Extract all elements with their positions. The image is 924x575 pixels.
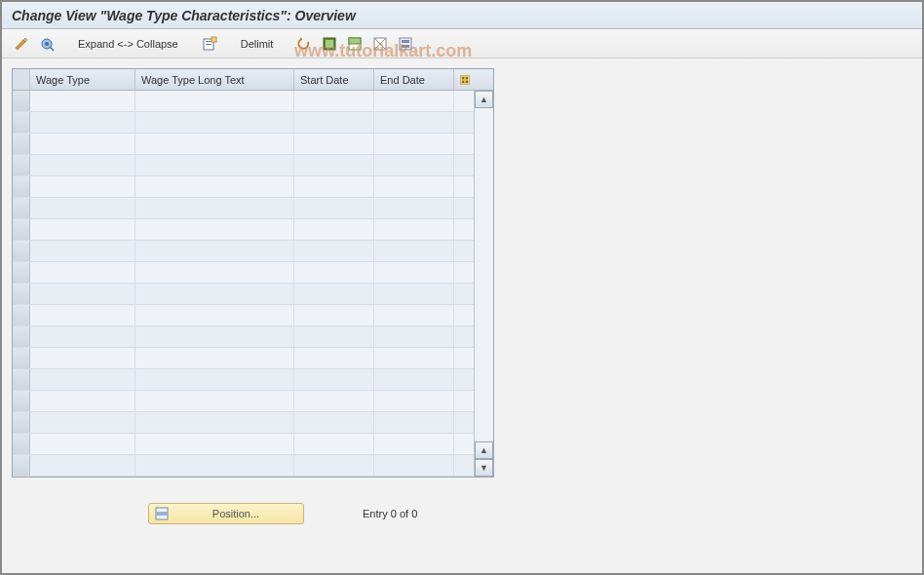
row-selector[interactable] [13, 134, 30, 154]
cell-end-date[interactable] [374, 305, 454, 326]
cell-end-date[interactable] [374, 455, 454, 476]
deselect-all-icon[interactable] [368, 34, 392, 54]
cell-end-date[interactable] [374, 434, 454, 454]
row-selector[interactable] [13, 91, 30, 111]
cell-wage-type-long-text[interactable] [135, 176, 294, 197]
table-row[interactable] [13, 284, 474, 305]
table-row[interactable] [13, 112, 474, 134]
cell-wage-type-long-text[interactable] [135, 241, 294, 261]
table-row[interactable] [13, 455, 474, 477]
cell-end-date[interactable] [374, 198, 454, 218]
cell-wage-type[interactable] [30, 219, 135, 240]
cell-start-date[interactable] [294, 284, 374, 304]
row-selector[interactable] [13, 348, 30, 368]
delimit-button[interactable]: Delimit [234, 34, 281, 54]
cell-start-date[interactable] [294, 348, 374, 368]
cell-wage-type[interactable] [30, 434, 135, 454]
cell-wage-type-long-text[interactable] [135, 198, 294, 218]
cell-wage-type-long-text[interactable] [135, 134, 294, 154]
cell-wage-type-long-text[interactable] [135, 326, 294, 347]
cell-start-date[interactable] [294, 241, 374, 261]
row-selector[interactable] [13, 198, 30, 218]
cell-end-date[interactable] [374, 412, 454, 433]
row-selector[interactable] [13, 155, 30, 175]
table-row[interactable] [13, 369, 474, 391]
table-row[interactable] [13, 155, 474, 176]
row-selector[interactable] [13, 391, 30, 411]
cell-wage-type-long-text[interactable] [135, 391, 294, 411]
cell-wage-type-long-text[interactable] [135, 434, 294, 454]
cell-start-date[interactable] [294, 155, 374, 175]
cell-start-date[interactable] [294, 434, 374, 454]
cell-start-date[interactable] [294, 112, 374, 133]
cell-wage-type[interactable] [30, 198, 135, 218]
table-row[interactable] [13, 326, 474, 348]
cell-end-date[interactable] [374, 155, 454, 175]
row-selector[interactable] [13, 219, 30, 240]
row-selector[interactable] [13, 412, 30, 433]
cell-end-date[interactable] [374, 91, 454, 111]
scroll-up-step-button[interactable]: ▲ [475, 441, 493, 459]
table-row[interactable] [13, 391, 474, 412]
cell-wage-type[interactable] [30, 391, 135, 411]
new-entries-icon[interactable] [198, 34, 221, 54]
select-block-icon[interactable] [343, 34, 366, 54]
table-row[interactable] [13, 198, 474, 219]
cell-wage-type[interactable] [30, 112, 135, 133]
position-button[interactable]: Position... [148, 503, 304, 524]
row-selector[interactable] [13, 241, 30, 261]
cell-start-date[interactable] [294, 369, 374, 390]
cell-wage-type[interactable] [30, 155, 135, 175]
cell-end-date[interactable] [374, 241, 454, 261]
row-selector[interactable] [13, 176, 30, 197]
cell-end-date[interactable] [374, 369, 454, 390]
scroll-up-button[interactable]: ▲ [475, 91, 493, 108]
row-selector[interactable] [13, 112, 30, 133]
cell-wage-type-long-text[interactable] [135, 155, 294, 175]
cell-start-date[interactable] [294, 91, 374, 111]
print-config-icon[interactable] [394, 34, 417, 54]
cell-wage-type[interactable] [30, 348, 135, 368]
cell-wage-type[interactable] [30, 176, 135, 197]
row-selector[interactable] [13, 305, 30, 326]
cell-start-date[interactable] [294, 305, 374, 326]
table-row[interactable] [13, 348, 474, 369]
cell-wage-type[interactable] [30, 284, 135, 304]
cell-end-date[interactable] [374, 348, 454, 368]
table-row[interactable] [13, 412, 474, 434]
cell-wage-type-long-text[interactable] [135, 284, 294, 304]
cell-wage-type-long-text[interactable] [135, 412, 294, 433]
cell-end-date[interactable] [374, 326, 454, 347]
row-selector[interactable] [13, 326, 30, 347]
cell-start-date[interactable] [294, 219, 374, 240]
cell-wage-type[interactable] [30, 134, 135, 154]
undo-icon[interactable] [292, 34, 316, 54]
cell-start-date[interactable] [294, 412, 374, 433]
cell-start-date[interactable] [294, 134, 374, 154]
cell-wage-type-long-text[interactable] [135, 262, 294, 283]
cell-wage-type-long-text[interactable] [135, 91, 294, 111]
table-row[interactable] [13, 241, 474, 262]
cell-wage-type-long-text[interactable] [135, 219, 294, 240]
cell-start-date[interactable] [294, 326, 374, 347]
cell-end-date[interactable] [374, 391, 454, 411]
select-all-icon[interactable] [318, 34, 341, 54]
cell-start-date[interactable] [294, 262, 374, 283]
cell-wage-type[interactable] [30, 305, 135, 326]
row-selector[interactable] [13, 434, 30, 454]
table-settings-button[interactable] [454, 69, 476, 90]
table-row[interactable] [13, 91, 474, 112]
cell-wage-type[interactable] [30, 326, 135, 347]
col-wage-type-long-text[interactable]: Wage Type Long Text [135, 69, 294, 90]
cell-wage-type[interactable] [30, 412, 135, 433]
cell-wage-type-long-text[interactable] [135, 112, 294, 133]
change-display-icon[interactable] [10, 34, 33, 54]
row-selector[interactable] [13, 455, 30, 476]
scroll-track[interactable] [475, 108, 493, 441]
cell-end-date[interactable] [374, 134, 454, 154]
select-all-column-header[interactable] [13, 69, 30, 90]
table-row[interactable] [13, 176, 474, 198]
cell-start-date[interactable] [294, 176, 374, 197]
cell-wage-type[interactable] [30, 455, 135, 476]
cell-end-date[interactable] [374, 219, 454, 240]
